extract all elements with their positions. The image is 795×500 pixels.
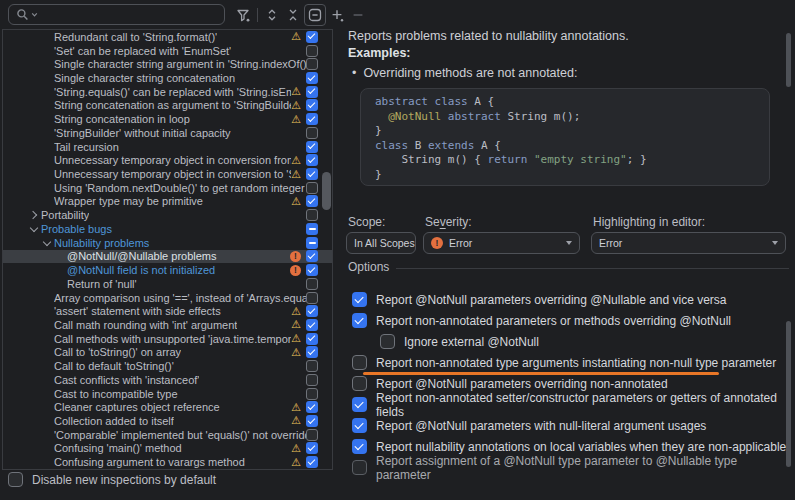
- tree-row[interactable]: 'Set' can be replaced with 'EnumSet': [3, 44, 332, 58]
- inspection-checkbox[interactable]: [306, 223, 318, 235]
- inspection-checkbox[interactable]: [306, 113, 318, 125]
- inspection-checkbox[interactable]: [306, 456, 318, 468]
- tree-row[interactable]: Return of 'null': [3, 277, 332, 291]
- tree-row[interactable]: Single character string concatenation: [3, 71, 332, 85]
- option-checkbox[interactable]: [352, 460, 367, 475]
- inspection-checkbox[interactable]: [306, 360, 318, 372]
- inspection-checkbox[interactable]: [306, 401, 318, 413]
- inspection-checkbox[interactable]: [306, 86, 318, 98]
- option-checkbox[interactable]: [352, 313, 367, 328]
- inspection-checkbox[interactable]: [306, 141, 318, 153]
- inspection-checkbox[interactable]: [306, 127, 318, 139]
- tree-row[interactable]: 'StringBuilder' without initial capacity: [3, 126, 332, 140]
- severity-label: Severity:: [425, 215, 472, 229]
- tree-row[interactable]: Cast conflicts with 'instanceof': [3, 373, 332, 387]
- inspection-checkbox[interactable]: [306, 168, 318, 180]
- tree-row[interactable]: @NotNull field is not initialized: [3, 263, 332, 277]
- tree-scrollbar[interactable]: [322, 172, 331, 210]
- inspection-search-input[interactable]: [40, 8, 224, 22]
- tree-row[interactable]: Nullability problems: [3, 236, 332, 250]
- description-scrollbar[interactable]: [786, 33, 791, 87]
- inspection-checkbox[interactable]: [306, 442, 318, 454]
- tree-row[interactable]: Unnecessary temporary object in conversi…: [3, 167, 332, 181]
- tree-row[interactable]: Tail recursion: [3, 140, 332, 154]
- inspection-checkbox[interactable]: [306, 429, 318, 441]
- options-scrollbar[interactable]: [786, 321, 791, 467]
- inspection-checkbox[interactable]: [306, 333, 318, 345]
- tree-row[interactable]: 'Comparable' implemented but 'equals()' …: [3, 428, 332, 442]
- inspection-checkbox[interactable]: [306, 182, 318, 194]
- scope-dropdown[interactable]: In All Scopes: [346, 232, 416, 254]
- tree-row[interactable]: Call math rounding with 'int' argument⚠: [3, 318, 332, 332]
- tree-row[interactable]: Cleaner captures object reference⚠: [3, 400, 332, 414]
- tree-row[interactable]: Probable bugs: [3, 222, 332, 236]
- expand-all-icon: [264, 7, 280, 23]
- chevron-down-icon[interactable]: [41, 236, 54, 249]
- filter-button[interactable]: [233, 5, 253, 25]
- inspection-checkbox[interactable]: [306, 305, 318, 317]
- option-checkbox[interactable]: [352, 397, 367, 412]
- tree-row[interactable]: Single character string argument in 'Str…: [3, 57, 332, 71]
- inspection-checkbox[interactable]: [306, 346, 318, 358]
- inspection-checkbox[interactable]: [306, 99, 318, 111]
- tree-row[interactable]: Confusing argument to varargs method⚠: [3, 455, 332, 469]
- tree-row[interactable]: @NotNull/@Nullable problems: [3, 250, 332, 264]
- inspection-checkbox[interactable]: [306, 415, 318, 427]
- tree-row[interactable]: Unnecessary temporary object in conversi…: [3, 153, 332, 167]
- inspection-checkbox[interactable]: [306, 209, 318, 221]
- inspection-checkbox[interactable]: [306, 154, 318, 166]
- add-inspection-button[interactable]: [327, 5, 347, 25]
- inspection-checkbox[interactable]: [306, 45, 318, 57]
- inspection-detail-panel: Reports problems related to nullability …: [346, 0, 795, 500]
- tree-row[interactable]: Array comparison using '==', instead of …: [3, 291, 332, 305]
- chevron-right-icon[interactable]: [28, 209, 41, 222]
- tree-row[interactable]: String concatenation as argument to 'Str…: [3, 99, 332, 113]
- option-checkbox[interactable]: [352, 376, 367, 391]
- inspection-checkbox[interactable]: [306, 374, 318, 386]
- disable-inspection-button[interactable]: [304, 4, 326, 26]
- inspection-checkbox[interactable]: [306, 319, 318, 331]
- option-label: Report non-annotated type arguments inst…: [376, 356, 776, 370]
- tree-row[interactable]: Redundant call to 'String.format()'⚠: [3, 30, 332, 44]
- inspections-tree-panel: Redundant call to 'String.format()'⚠'Set…: [2, 29, 333, 470]
- chevron-placeholder: [41, 168, 54, 181]
- tree-row[interactable]: Call to default 'toString()': [3, 359, 332, 373]
- tree-row[interactable]: Call to 'toString()' on array⚠: [3, 346, 332, 360]
- inspection-checkbox[interactable]: [306, 264, 318, 276]
- option-checkbox[interactable]: [352, 418, 367, 433]
- option-checkbox[interactable]: [352, 439, 367, 454]
- tree-row[interactable]: Wrapper type may be primitive⚠: [3, 195, 332, 209]
- inspection-checkbox[interactable]: [306, 72, 318, 84]
- inspection-checkbox[interactable]: [306, 250, 318, 262]
- disable-new-inspections-checkbox[interactable]: [8, 472, 23, 487]
- highlighting-dropdown[interactable]: Error: [591, 232, 786, 254]
- collapse-all-button[interactable]: [283, 5, 303, 25]
- expand-all-button[interactable]: [262, 5, 282, 25]
- warning-icon: ⚠: [291, 86, 301, 97]
- inspection-checkbox[interactable]: [306, 195, 318, 207]
- disable-new-inspections-row[interactable]: Disable new inspections by default: [8, 472, 216, 487]
- tree-row[interactable]: Collection added to itself⚠: [3, 414, 332, 428]
- inspection-checkbox[interactable]: [306, 292, 318, 304]
- tree-row[interactable]: 'String.equals()' can be replaced with '…: [3, 85, 332, 99]
- option-checkbox[interactable]: [352, 355, 367, 370]
- highlight-annotation: [363, 372, 719, 375]
- inspection-checkbox[interactable]: [306, 31, 318, 43]
- tree-row[interactable]: Cast to incompatible type: [3, 387, 332, 401]
- tree-row[interactable]: Call methods with unsupported 'java.time…: [3, 332, 332, 346]
- highlighting-label: Highlighting in editor:: [593, 215, 705, 229]
- inspection-checkbox[interactable]: [306, 388, 318, 400]
- tree-row[interactable]: String concatenation in loop⚠: [3, 112, 332, 126]
- inspection-search-field[interactable]: [8, 4, 225, 25]
- inspection-checkbox[interactable]: [306, 237, 318, 249]
- tree-row[interactable]: Using 'Random.nextDouble()' to get rando…: [3, 181, 332, 195]
- option-checkbox[interactable]: [352, 292, 367, 307]
- tree-row[interactable]: Portability: [3, 208, 332, 222]
- tree-row[interactable]: Confusing 'main()' method⚠: [3, 442, 332, 456]
- severity-dropdown[interactable]: Error: [423, 232, 580, 254]
- tree-row[interactable]: 'assert' statement with side effects⚠: [3, 304, 332, 318]
- chevron-down-icon[interactable]: [28, 222, 41, 235]
- inspection-checkbox[interactable]: [306, 58, 318, 70]
- option-checkbox[interactable]: [380, 334, 395, 349]
- inspection-checkbox[interactable]: [306, 278, 318, 290]
